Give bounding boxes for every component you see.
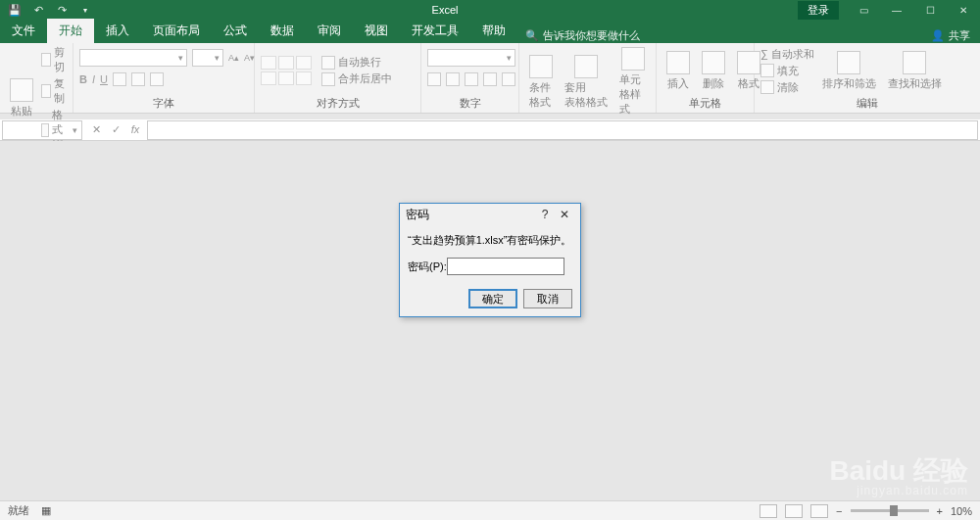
insert-cells-button[interactable]: 插入: [662, 49, 694, 93]
zoom-slider[interactable]: [851, 509, 929, 512]
enter-formula-icon[interactable]: ✓: [106, 122, 125, 137]
merge-center-button[interactable]: 合并后居中: [321, 71, 392, 86]
zoom-level[interactable]: 10%: [951, 505, 972, 517]
tab-data[interactable]: 数据: [259, 19, 306, 43]
cell-style-icon: [621, 47, 645, 71]
format-as-table-button[interactable]: 套用 表格格式: [561, 53, 612, 112]
cell-styles-button[interactable]: 单元格样式: [615, 45, 650, 118]
group-font: ▾ ▾ A▴ A▾ B I U 字体: [74, 43, 255, 113]
merge-icon: [321, 72, 335, 86]
qat-customize-icon[interactable]: ▾: [78, 3, 92, 17]
table-icon: [574, 55, 598, 78]
increase-font-icon[interactable]: A▴: [228, 53, 239, 63]
autosum-button[interactable]: ∑自动求和: [760, 47, 814, 62]
save-icon[interactable]: 💾: [8, 3, 22, 17]
status-ready: 就绪: [8, 503, 29, 518]
search-icon: 🔍: [525, 29, 539, 42]
zoom-in-button[interactable]: +: [937, 505, 943, 517]
fill-button[interactable]: 填充: [760, 64, 814, 78]
page-layout-view-button[interactable]: [785, 504, 803, 518]
dialog-help-button[interactable]: ?: [535, 208, 555, 221]
redo-icon[interactable]: ↷: [55, 3, 69, 17]
cut-button[interactable]: 剪切: [41, 45, 69, 74]
tab-file[interactable]: 文件: [0, 19, 47, 43]
tab-home[interactable]: 开始: [47, 19, 94, 43]
font-name-select[interactable]: ▾: [79, 49, 187, 67]
macro-record-icon[interactable]: ▦: [41, 504, 51, 517]
password-dialog: 密码 ? ✕ “支出趋势预算1.xlsx”有密码保护。 密码(P): 确定 取消: [399, 203, 581, 317]
copy-icon: [41, 84, 51, 98]
border-icon[interactable]: [113, 72, 126, 86]
font-color-icon[interactable]: [150, 72, 164, 86]
formula-bar: ▾ ✕ ✓ fx: [0, 119, 980, 141]
decrease-font-icon[interactable]: A▾: [244, 53, 255, 63]
title-bar: 💾 ↶ ↷ ▾ Excel 登录 ▭ — ☐ ✕: [0, 0, 980, 20]
wrap-text-button[interactable]: 自动换行: [321, 55, 392, 70]
font-size-select[interactable]: ▾: [192, 49, 223, 67]
sort-icon: [837, 51, 860, 74]
comma-icon[interactable]: [465, 72, 478, 86]
window-controls: 登录 ▭ — ☐ ✕: [798, 0, 980, 20]
dialog-close-button[interactable]: ✕: [555, 208, 574, 221]
fill-color-icon[interactable]: [131, 72, 145, 86]
group-label: 字体: [79, 96, 248, 112]
ok-button[interactable]: 确定: [468, 289, 517, 308]
tell-me-search[interactable]: 🔍 告诉我你想要做什么: [525, 28, 640, 43]
dialog-titlebar[interactable]: 密码 ? ✕: [400, 204, 580, 225]
group-styles: 条件格式 套用 表格格式 单元格样式 样式: [519, 43, 657, 113]
copy-button[interactable]: 复制: [41, 76, 69, 106]
group-editing: ∑自动求和 填充 清除 排序和筛选 查找和选择 编辑: [755, 43, 980, 113]
ribbon-options-icon[interactable]: ▭: [847, 0, 880, 20]
group-label: 对齐方式: [261, 96, 415, 112]
tab-formulas[interactable]: 公式: [212, 19, 259, 43]
group-cells: 插入 删除 格式 单元格: [657, 43, 755, 113]
share-button[interactable]: 👤 共享: [931, 28, 970, 43]
underline-button[interactable]: U: [100, 73, 108, 85]
group-label: 编辑: [760, 96, 974, 112]
increase-decimal-icon[interactable]: [483, 72, 497, 86]
tab-insert[interactable]: 插入: [94, 19, 141, 43]
decrease-decimal-icon[interactable]: [502, 72, 515, 86]
find-icon: [903, 51, 926, 74]
dialog-message: “支出趋势预算1.xlsx”有密码保护。: [408, 233, 572, 248]
delete-icon: [702, 51, 725, 74]
name-box[interactable]: ▾: [2, 120, 82, 140]
paste-button[interactable]: 粘贴: [6, 76, 37, 120]
percent-icon[interactable]: [446, 72, 460, 86]
undo-icon[interactable]: ↶: [31, 3, 45, 17]
tab-view[interactable]: 视图: [353, 19, 400, 43]
find-select-button[interactable]: 查找和选择: [884, 49, 946, 93]
fx-icon[interactable]: fx: [125, 122, 145, 137]
group-label: 数字: [427, 96, 513, 112]
minimize-button[interactable]: —: [880, 0, 913, 20]
cut-icon: [41, 53, 51, 67]
tab-developer[interactable]: 开发工具: [400, 19, 470, 43]
maximize-button[interactable]: ☐: [913, 0, 947, 20]
password-input[interactable]: [447, 258, 564, 275]
formula-input[interactable]: [147, 120, 978, 140]
login-button[interactable]: 登录: [798, 1, 839, 20]
currency-icon[interactable]: [427, 72, 441, 86]
normal-view-button[interactable]: [760, 504, 777, 518]
clear-icon: [760, 80, 774, 94]
delete-cells-button[interactable]: 删除: [698, 49, 729, 93]
group-clipboard: 粘贴 剪切 复制 格式刷 剪贴板: [0, 43, 74, 113]
close-button[interactable]: ✕: [947, 0, 980, 20]
status-bar: 就绪 ▦ − + 10%: [0, 500, 980, 520]
bold-button[interactable]: B: [79, 73, 87, 85]
number-format-select[interactable]: ▾: [427, 49, 515, 67]
cond-format-icon: [529, 55, 553, 78]
clear-button[interactable]: 清除: [760, 80, 814, 95]
share-icon: 👤: [931, 29, 945, 42]
cancel-button[interactable]: 取消: [523, 289, 572, 308]
tab-help[interactable]: 帮助: [470, 19, 517, 43]
italic-button[interactable]: I: [92, 73, 95, 85]
tab-review[interactable]: 审阅: [306, 19, 353, 43]
tab-page-layout[interactable]: 页面布局: [141, 19, 212, 43]
conditional-format-button[interactable]: 条件格式: [525, 53, 557, 112]
zoom-out-button[interactable]: −: [836, 505, 842, 517]
page-break-view-button[interactable]: [810, 504, 828, 518]
cancel-formula-icon[interactable]: ✕: [86, 122, 106, 137]
alignment-buttons[interactable]: [261, 56, 312, 85]
sort-filter-button[interactable]: 排序和筛选: [818, 49, 880, 93]
